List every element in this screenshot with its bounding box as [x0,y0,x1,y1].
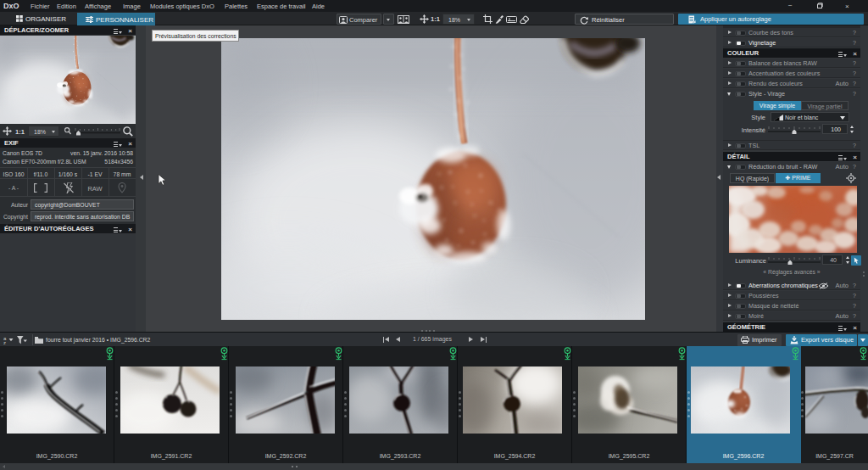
svg-text:z: z [3,340,6,344]
svg-text:DxO: DxO [3,2,19,10]
